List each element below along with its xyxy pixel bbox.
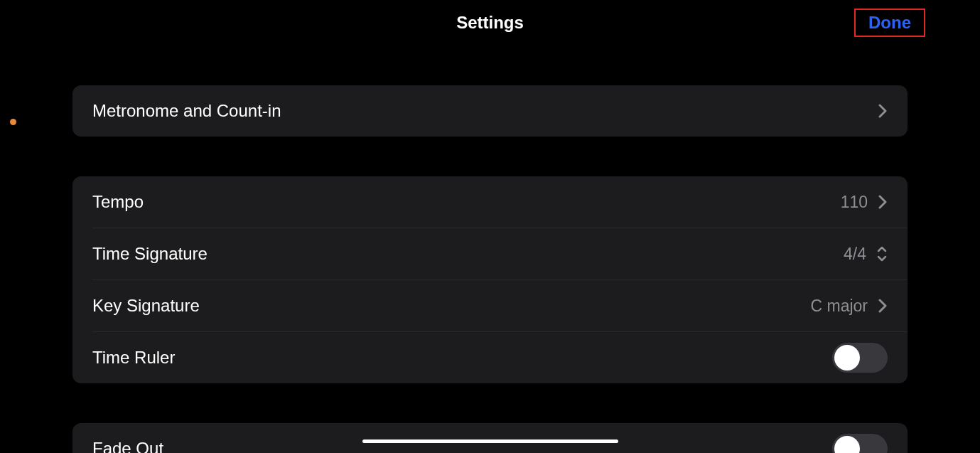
timesig-value: 4/4 bbox=[844, 245, 866, 264]
chevron-right-icon bbox=[878, 103, 888, 119]
header: Settings Done bbox=[0, 6, 980, 40]
row-accessory bbox=[832, 434, 888, 453]
row-label: Tempo bbox=[92, 192, 144, 212]
chevron-up-down-icon bbox=[876, 246, 888, 262]
keysig-value: C major bbox=[810, 297, 868, 316]
page-title: Settings bbox=[456, 13, 524, 33]
chevron-right-icon bbox=[878, 298, 888, 314]
row-label: Fade Out bbox=[92, 439, 163, 453]
settings-content: Metronome and Count-in Tempo 110 Time Si… bbox=[0, 85, 980, 453]
toggle-knob bbox=[834, 436, 860, 453]
home-indicator[interactable] bbox=[362, 439, 618, 443]
row-key-signature[interactable]: Key Signature C major bbox=[72, 280, 908, 331]
row-time-ruler: Time Ruler bbox=[72, 332, 908, 383]
row-label: Time Ruler bbox=[92, 348, 175, 368]
section-song: Tempo 110 Time Signature 4/4 bbox=[72, 176, 908, 383]
row-accessory bbox=[832, 343, 888, 373]
row-accessory: C major bbox=[810, 297, 888, 316]
section-fade: Fade Out bbox=[72, 423, 908, 453]
toggle-knob bbox=[834, 345, 860, 371]
chevron-right-icon bbox=[878, 194, 888, 210]
row-label: Time Signature bbox=[92, 244, 208, 264]
tempo-value: 110 bbox=[841, 193, 868, 212]
row-metronome-countin[interactable]: Metronome and Count-in bbox=[72, 85, 908, 137]
row-accessory: 4/4 bbox=[844, 245, 888, 264]
row-time-signature[interactable]: Time Signature 4/4 bbox=[72, 228, 908, 279]
row-label: Metronome and Count-in bbox=[92, 101, 281, 121]
row-label: Key Signature bbox=[92, 296, 200, 316]
row-fade-out: Fade Out bbox=[72, 423, 908, 453]
time-ruler-toggle[interactable] bbox=[832, 343, 888, 373]
row-accessory: 110 bbox=[841, 193, 888, 212]
row-accessory bbox=[878, 103, 888, 119]
status-indicator-dot bbox=[10, 119, 16, 125]
fade-out-toggle[interactable] bbox=[832, 434, 888, 453]
done-button[interactable]: Done bbox=[854, 9, 925, 37]
row-tempo[interactable]: Tempo 110 bbox=[72, 176, 908, 228]
section-metronome: Metronome and Count-in bbox=[72, 85, 908, 137]
